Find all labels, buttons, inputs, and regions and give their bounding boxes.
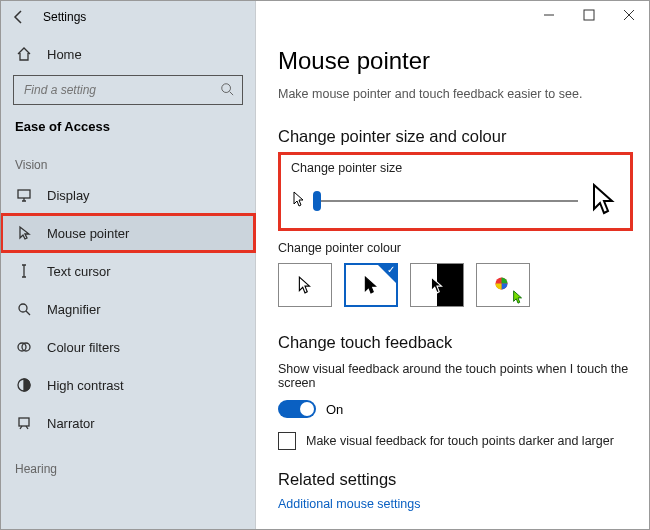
sidebar-item-label: Text cursor	[47, 264, 111, 279]
svg-rect-7	[584, 10, 594, 20]
sidebar-item-colour-filters[interactable]: Colour filters	[1, 328, 255, 366]
darker-larger-label: Make visual feedback for touch points da…	[306, 434, 614, 448]
sidebar-item-mouse-pointer[interactable]: Mouse pointer	[1, 214, 255, 252]
sidebar-item-display[interactable]: Display	[1, 176, 255, 214]
slider-thumb[interactable]	[313, 191, 321, 211]
touch-body: Show visual feedback around the touch po…	[278, 362, 633, 390]
pointer-size-slider[interactable]	[317, 200, 578, 202]
svg-point-0	[222, 83, 231, 92]
sidebar: Settings Home Ease of Access Vision Disp…	[1, 1, 256, 529]
touch-heading: Change touch feedback	[278, 333, 633, 352]
magnifier-icon	[15, 300, 33, 318]
sidebar-item-label: Colour filters	[47, 340, 120, 355]
sidebar-item-label: Display	[47, 188, 90, 203]
related-heading: Related settings	[278, 470, 633, 489]
page-subtitle: Make mouse pointer and touch feedback ea…	[278, 87, 633, 101]
app-title: Settings	[43, 10, 86, 24]
sidebar-item-text-cursor[interactable]: Text cursor	[1, 252, 255, 290]
sidebar-item-label: Narrator	[47, 416, 95, 431]
search-field[interactable]	[22, 82, 192, 98]
pointer-colour-label: Change pointer colour	[278, 241, 633, 255]
page-title: Mouse pointer	[278, 47, 633, 75]
pointer-colour-custom[interactable]	[476, 263, 530, 307]
high-contrast-icon	[15, 376, 33, 394]
darker-larger-checkbox[interactable]	[278, 432, 296, 450]
sidebar-item-magnifier[interactable]: Magnifier	[1, 290, 255, 328]
display-icon	[15, 186, 33, 204]
toggle-state-label: On	[326, 402, 343, 417]
colour-filters-icon	[15, 338, 33, 356]
additional-mouse-settings-link[interactable]: Additional mouse settings	[278, 497, 633, 511]
narrator-icon	[15, 414, 33, 432]
svg-rect-1	[18, 190, 30, 198]
mouse-pointer-icon	[15, 224, 33, 242]
home-nav[interactable]: Home	[1, 33, 255, 75]
back-button[interactable]	[11, 9, 27, 25]
close-button[interactable]	[609, 1, 649, 29]
section-heading: Ease of Access	[1, 115, 255, 148]
pointer-colour-black[interactable]	[344, 263, 398, 307]
sidebar-item-label: High contrast	[47, 378, 124, 393]
sidebar-item-label: Magnifier	[47, 302, 100, 317]
search-icon	[220, 82, 234, 99]
minimize-button[interactable]	[529, 1, 569, 29]
home-icon	[15, 45, 33, 63]
text-cursor-icon	[15, 262, 33, 280]
main-panel: Mouse pointer Make mouse pointer and tou…	[256, 1, 649, 529]
pointer-size-box: Change pointer size	[278, 152, 633, 231]
search-input[interactable]	[13, 75, 243, 105]
group-vision-label: Vision	[1, 148, 255, 176]
pointer-size-label: Change pointer size	[291, 161, 620, 175]
pointer-colour-inverted[interactable]	[410, 263, 464, 307]
cursor-large-icon	[588, 183, 620, 218]
sidebar-item-label: Mouse pointer	[47, 226, 129, 241]
size-colour-heading: Change pointer size and colour	[278, 127, 633, 146]
cursor-small-icon	[291, 191, 307, 210]
maximize-button[interactable]	[569, 1, 609, 29]
touch-feedback-toggle[interactable]	[278, 400, 316, 418]
pointer-colour-swatches	[278, 263, 633, 307]
pointer-colour-white[interactable]	[278, 263, 332, 307]
sidebar-item-narrator[interactable]: Narrator	[1, 404, 255, 442]
svg-rect-6	[19, 418, 29, 426]
group-hearing-label: Hearing	[1, 452, 255, 480]
svg-point-2	[19, 304, 27, 312]
sidebar-item-high-contrast[interactable]: High contrast	[1, 366, 255, 404]
home-label: Home	[47, 47, 82, 62]
